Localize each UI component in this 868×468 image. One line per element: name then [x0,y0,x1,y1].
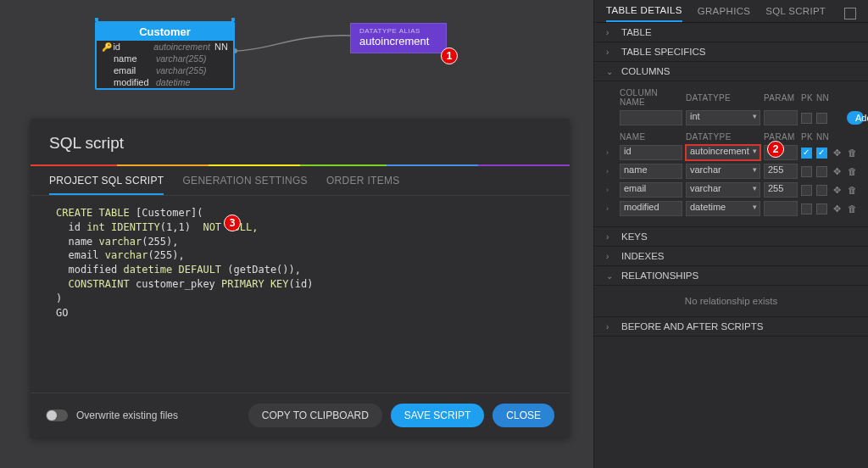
section-table[interactable]: ›TABLE [594,23,868,42]
column-datatype-select[interactable]: datetime [686,201,760,216]
delete-icon[interactable]: 🗑 [847,185,858,196]
no-relationship-text: No relationship exists [594,286,868,317]
expand-icon[interactable]: › [606,148,616,157]
section-table-specifics[interactable]: ›TABLE SPECIFICS [594,42,868,62]
column-param-input[interactable] [764,201,798,216]
overwrite-label: Overwrite existing files [76,410,178,421]
section-columns[interactable]: ⌄COLUMNS [594,62,868,81]
layout-columns-icon[interactable] [844,8,856,20]
move-icon[interactable]: ✥ [832,203,843,214]
annotation-badge-1: 1 [441,47,458,64]
expand-icon[interactable]: › [606,204,616,213]
tab-table-details[interactable]: TABLE DETAILS [606,5,682,22]
column-name-input[interactable]: name [620,164,682,179]
entity-column-row[interactable]: email varchar(255) [97,64,233,76]
move-icon[interactable]: ✥ [832,166,843,177]
dialog-title: SQL script [31,119,570,164]
tab-project-sql-script[interactable]: PROJECT SQL SCRIPT [49,175,164,195]
new-column-nn-checkbox[interactable] [816,113,827,124]
tab-graphics[interactable]: GRAPHICS [698,6,750,21]
column-name-input[interactable]: id [620,145,682,160]
column-row: › name varchar 255 ✥ 🗑 [606,162,856,181]
column-pk-checkbox[interactable] [801,185,812,196]
column-name: name [114,53,156,64]
close-button[interactable]: CLOSE [492,404,554,427]
tab-order-items[interactable]: ORDER ITEMS [326,175,400,195]
sql-script-dialog: SQL script PROJECT SQL SCRIPT GENERATION… [31,119,570,437]
columns-editor: COLUMN NAME DATATYPE PARAM PK NN int Add… [594,81,868,227]
column-nn-checkbox[interactable] [816,148,827,159]
new-column-datatype-select[interactable]: int [686,110,760,125]
column-param-input[interactable]: 255 [764,182,798,198]
column-pk-checkbox[interactable] [801,203,812,214]
properties-panel: TABLE DETAILS GRAPHICS SQL SCRIPT ›TABLE… [593,0,868,468]
entity-column-row[interactable]: 🔑 id autoincrement NN [97,41,233,53]
delete-icon[interactable]: 🗑 [847,203,858,214]
alias-name: autoincrement [359,35,437,47]
new-column-header: COLUMN NAME DATATYPE PARAM PK NN [606,86,856,109]
copy-to-clipboard-button[interactable]: COPY TO CLIPBOARD [248,404,382,427]
column-type: varchar(255) [156,53,209,64]
add-column-button[interactable]: Add [847,111,864,125]
column-type: autoincrement [153,42,210,52]
column-row: › modified datetime ✥ 🗑 [606,199,856,218]
section-relationships[interactable]: ⌄RELATIONSHIPS [594,266,868,286]
new-column-row: int Add [606,109,856,127]
move-icon[interactable]: ✥ [832,185,843,196]
column-name: modified [114,77,156,87]
entity-customer[interactable]: Customer 🔑 id autoincrement NN name varc… [95,21,235,90]
annotation-badge-3: 3 [224,214,241,231]
column-pk-checkbox[interactable] [801,166,812,177]
key-icon: 🔑 [102,42,113,52]
overwrite-toggle[interactable] [46,410,68,421]
tab-generation-settings[interactable]: GENERATION SETTINGS [182,175,308,195]
delete-icon[interactable]: 🗑 [847,166,858,177]
entity-title: Customer [97,23,233,41]
dialog-footer: Overwrite existing files COPY TO CLIPBOA… [31,393,570,437]
sql-code-view[interactable]: CREATE TABLE [Customer]( id int IDENTITY… [31,196,570,393]
properties-tabs: TABLE DETAILS GRAPHICS SQL SCRIPT [594,0,868,23]
section-indexes[interactable]: ›INDEXES [594,247,868,266]
datatype-alias-box[interactable]: DATATYPE ALIAS autoincrement [350,23,447,53]
relationship-connector [234,31,353,56]
alias-subtitle: DATATYPE ALIAS [359,27,437,35]
column-type: varchar(255) [156,65,209,75]
column-nn-checkbox[interactable] [816,185,827,196]
new-column-param-input[interactable] [764,110,798,125]
annotation-badge-2: 2 [767,141,784,158]
column-name: id [113,42,153,52]
delete-icon[interactable]: 🗑 [847,148,858,159]
expand-icon[interactable]: › [606,167,616,176]
column-nn-checkbox[interactable] [816,203,827,214]
new-column-name-input[interactable] [620,110,682,125]
column-pk-checkbox[interactable] [801,148,812,159]
move-icon[interactable]: ✥ [832,148,843,159]
column-datatype-select[interactable]: varchar [686,164,760,179]
save-script-button[interactable]: SAVE SCRIPT [391,404,484,427]
column-row: › id autoincrement ✥ 🗑 [606,143,856,162]
column-nn: NN [210,42,228,52]
column-datatype-select[interactable]: varchar [686,182,760,198]
column-row: › email varchar 255 ✥ 🗑 [606,181,856,199]
column-type: datetime [156,77,209,87]
entity-column-row[interactable]: name varchar(255) [97,53,233,64]
column-name: email [114,65,156,75]
column-nn-checkbox[interactable] [816,166,827,177]
column-name-input[interactable]: modified [620,201,682,216]
column-param-input[interactable]: 255 [764,164,798,179]
entity-column-row[interactable]: modified datetime [97,76,233,88]
column-datatype-select[interactable]: autoincrement [686,145,760,160]
columns-list-header: NAME DATATYPE PARAM PK NN [606,127,856,143]
expand-icon[interactable]: › [606,186,616,194]
section-before-after-scripts[interactable]: ›BEFORE AND AFTER SCRIPTS [594,317,868,337]
sql-tabs: PROJECT SQL SCRIPT GENERATION SETTINGS O… [31,166,570,196]
tab-sql-script[interactable]: SQL SCRIPT [765,6,826,21]
new-column-pk-checkbox[interactable] [801,113,812,124]
section-keys[interactable]: ›KEYS [594,227,868,247]
column-name-input[interactable]: email [620,182,682,198]
